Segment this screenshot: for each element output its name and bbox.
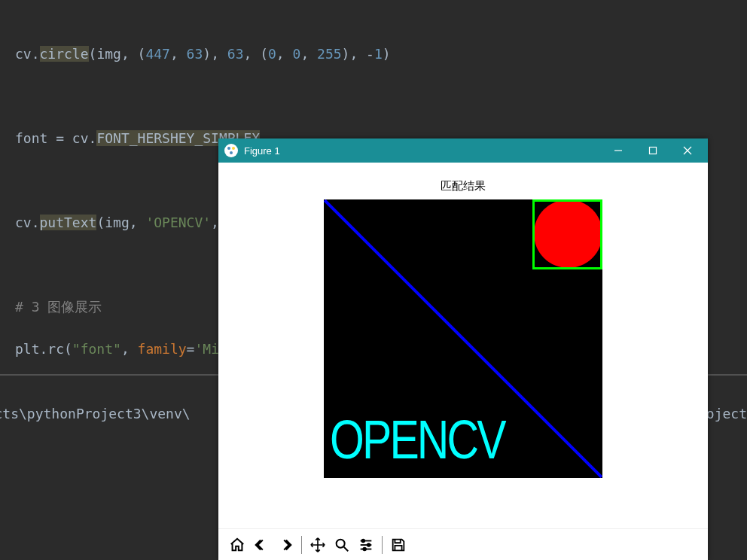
save-icon[interactable]	[387, 534, 410, 556]
pan-icon[interactable]	[306, 534, 329, 556]
chart-title: 匹配结果	[441, 179, 486, 193]
figure-window: Figure 1 匹配结果 OPENCV	[218, 138, 708, 560]
titlebar[interactable]: Figure 1	[218, 138, 708, 163]
svg-point-14	[363, 547, 366, 550]
svg-point-12	[362, 539, 365, 542]
back-icon[interactable]	[250, 534, 273, 556]
app-icon	[224, 144, 238, 157]
matplotlib-toolbar	[218, 528, 708, 560]
window-title: Figure 1	[244, 145, 601, 157]
separator	[382, 536, 383, 554]
configure-icon[interactable]	[355, 534, 377, 556]
close-button[interactable]	[670, 138, 705, 163]
code-line: cv.circle(img, (447, 63), 63, (0, 0, 255…	[15, 44, 732, 65]
svg-point-2	[230, 151, 233, 154]
svg-point-0	[227, 147, 230, 150]
separator	[301, 536, 302, 554]
figure-body: 匹配结果 OPENCV	[218, 163, 708, 528]
chart-canvas[interactable]: OPENCV	[324, 199, 602, 478]
forward-icon[interactable]	[274, 534, 297, 556]
opencv-text: OPENCV	[330, 409, 505, 470]
home-icon[interactable]	[226, 534, 248, 556]
svg-line-8	[344, 546, 349, 551]
terminal-output: ojects\pythonProject3\venv\	[0, 406, 191, 422]
svg-point-13	[367, 543, 370, 546]
minimize-button[interactable]	[601, 138, 636, 163]
svg-point-1	[232, 147, 235, 150]
zoom-icon[interactable]	[331, 534, 353, 556]
green-rectangle	[532, 199, 602, 269]
svg-point-7	[337, 539, 345, 547]
maximize-button[interactable]	[636, 138, 670, 163]
svg-rect-4	[650, 148, 657, 154]
